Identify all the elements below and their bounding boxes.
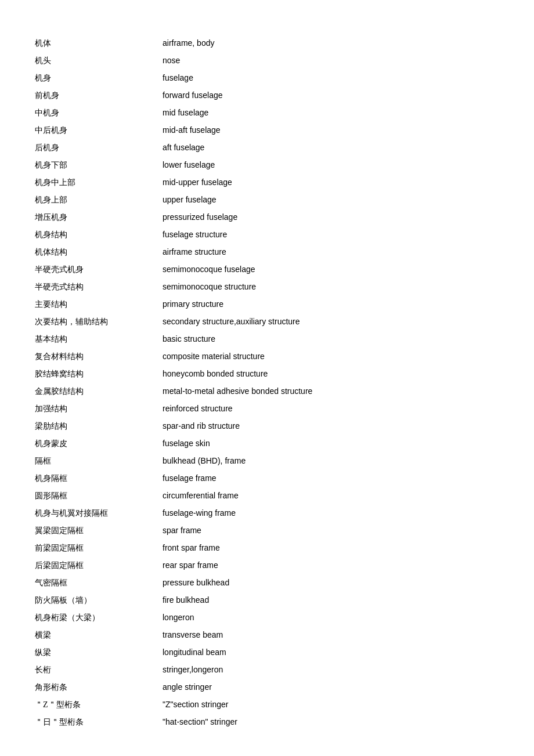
list-item: ＂Z＂型桁条"Z"section stringer bbox=[35, 696, 499, 714]
term-chinese: 气密隔框 bbox=[35, 578, 163, 588]
list-item: 机身上部upper fuselage bbox=[35, 191, 499, 209]
term-english: upper fuselage bbox=[163, 195, 499, 204]
list-item: 机体airframe, body bbox=[35, 35, 499, 52]
term-english: spar-and rib structure bbox=[163, 421, 499, 431]
list-item: 胶结蜂窝结构honeycomb bonded structure bbox=[35, 366, 499, 383]
term-english: semimonocoque structure bbox=[163, 282, 499, 291]
term-english: front spar frame bbox=[163, 543, 499, 552]
term-chinese: ＂日＂型桁条 bbox=[35, 717, 163, 728]
list-item: 防火隔板（墙）fire bulkhead bbox=[35, 592, 499, 609]
list-item: 后机身aft fuselage bbox=[35, 139, 499, 157]
term-chinese: 翼梁固定隔框 bbox=[35, 526, 163, 536]
term-chinese: 机头 bbox=[35, 56, 163, 66]
term-english: honeycomb bonded structure bbox=[163, 369, 499, 378]
term-english: aft fuselage bbox=[163, 143, 499, 152]
term-chinese: 机身隔框 bbox=[35, 473, 163, 484]
term-chinese: 机身中上部 bbox=[35, 178, 163, 188]
list-item: 机身下部lower fuselage bbox=[35, 157, 499, 174]
term-chinese: 机身蒙皮 bbox=[35, 439, 163, 449]
list-item: 横梁transverse beam bbox=[35, 627, 499, 644]
list-item: 前梁固定隔框front spar frame bbox=[35, 540, 499, 557]
list-item: 梁肋结构spar-and rib structure bbox=[35, 418, 499, 435]
term-chinese: 加强结构 bbox=[35, 404, 163, 414]
list-item: 加强结构reinforced structure bbox=[35, 400, 499, 418]
term-english: pressurized fuselage bbox=[163, 212, 499, 222]
term-english: "hat-section" stringer bbox=[163, 717, 499, 726]
term-english: airframe, body bbox=[163, 38, 499, 48]
list-item: 机身结构fuselage structure bbox=[35, 226, 499, 244]
term-chinese: 前机身 bbox=[35, 91, 163, 101]
list-item: 半硬壳式结构semimonocoque structure bbox=[35, 278, 499, 296]
term-chinese: 机身下部 bbox=[35, 160, 163, 171]
term-english: basic structure bbox=[163, 334, 499, 343]
list-item: 机头nose bbox=[35, 52, 499, 70]
term-chinese: 机身与机翼对接隔框 bbox=[35, 508, 163, 519]
term-english: longeron bbox=[163, 613, 499, 622]
term-chinese: 胶结蜂窝结构 bbox=[35, 369, 163, 379]
term-english: primary structure bbox=[163, 299, 499, 309]
term-english: "Z"section stringer bbox=[163, 700, 499, 709]
term-english: composite material structure bbox=[163, 352, 499, 361]
term-english: mid-upper fuselage bbox=[163, 178, 499, 187]
term-english: secondary structure,auxiliary structure bbox=[163, 317, 499, 326]
term-chinese: 主要结构 bbox=[35, 299, 163, 310]
list-item: 机身fuselage bbox=[35, 70, 499, 87]
term-english: fuselage structure bbox=[163, 230, 499, 239]
list-item: 纵梁longitudinal beam bbox=[35, 644, 499, 661]
list-item: 次要结构，辅助结构secondary structure,auxiliary s… bbox=[35, 313, 499, 331]
list-item: 机身中上部mid-upper fuselage bbox=[35, 174, 499, 191]
list-item: 后梁固定隔框rear spar frame bbox=[35, 557, 499, 574]
term-english: metal-to-metal adhesive bonded structure bbox=[163, 386, 499, 396]
list-item: 中后机身mid-aft fuselage bbox=[35, 122, 499, 139]
list-item: 长桁stringer,longeron bbox=[35, 661, 499, 679]
term-chinese: 防火隔板（墙） bbox=[35, 595, 163, 606]
list-item: 角形桁条angle stringer bbox=[35, 679, 499, 696]
list-item: 金属胶结结构metal-to-metal adhesive bonded str… bbox=[35, 383, 499, 400]
term-chinese: 横梁 bbox=[35, 630, 163, 641]
term-chinese: 纵梁 bbox=[35, 648, 163, 658]
list-item: 机身蒙皮fuselage skin bbox=[35, 435, 499, 453]
list-item: 隔框bulkhead (BHD), frame bbox=[35, 453, 499, 470]
term-chinese: 金属胶结结构 bbox=[35, 386, 163, 397]
list-item: 基本结构basic structure bbox=[35, 331, 499, 348]
term-chinese: 前梁固定隔框 bbox=[35, 543, 163, 554]
term-chinese: 中机身 bbox=[35, 108, 163, 118]
term-chinese: ＂Z＂型桁条 bbox=[35, 700, 163, 710]
term-chinese: 机体 bbox=[35, 38, 163, 49]
term-english: nose bbox=[163, 56, 499, 65]
term-english: stringer,longeron bbox=[163, 665, 499, 674]
term-chinese: 机身结构 bbox=[35, 230, 163, 240]
term-chinese: 机体结构 bbox=[35, 247, 163, 258]
list-item: 气密隔框pressure bulkhead bbox=[35, 574, 499, 592]
list-item: 机身与机翼对接隔框fuselage-wing frame bbox=[35, 505, 499, 522]
term-chinese: 半硬壳式机身 bbox=[35, 265, 163, 275]
term-english: fire bulkhead bbox=[163, 595, 499, 605]
term-chinese: 基本结构 bbox=[35, 334, 163, 345]
term-english: fuselage frame bbox=[163, 473, 499, 483]
term-english: airframe structure bbox=[163, 247, 499, 256]
term-english: fuselage bbox=[163, 73, 499, 82]
list-item: 机体结构airframe structure bbox=[35, 244, 499, 261]
term-chinese: 角形桁条 bbox=[35, 682, 163, 693]
list-item: 复合材料结构composite material structure bbox=[35, 348, 499, 366]
term-english: forward fuselage bbox=[163, 91, 499, 100]
term-english: semimonocoque fuselage bbox=[163, 265, 499, 274]
list-item: 翼梁固定隔框spar frame bbox=[35, 522, 499, 540]
list-item: ＂日＂型桁条"hat-section" stringer bbox=[35, 714, 499, 731]
term-english: angle stringer bbox=[163, 682, 499, 692]
term-chinese: 机身上部 bbox=[35, 195, 163, 205]
term-chinese: 机身桁梁（大梁） bbox=[35, 613, 163, 623]
term-english: mid fuselage bbox=[163, 108, 499, 117]
term-chinese: 后机身 bbox=[35, 143, 163, 153]
term-english: spar frame bbox=[163, 526, 499, 535]
term-english: fuselage skin bbox=[163, 439, 499, 448]
term-chinese: 次要结构，辅助结构 bbox=[35, 317, 163, 327]
term-chinese: 增压机身 bbox=[35, 212, 163, 223]
term-english: circumferential frame bbox=[163, 491, 499, 500]
term-chinese: 复合材料结构 bbox=[35, 352, 163, 362]
list-item: 机身隔框fuselage frame bbox=[35, 470, 499, 487]
list-item: 圆形隔框circumferential frame bbox=[35, 487, 499, 505]
list-item: 中机身mid fuselage bbox=[35, 104, 499, 122]
term-english: pressure bulkhead bbox=[163, 578, 499, 587]
term-english: bulkhead (BHD), frame bbox=[163, 456, 499, 465]
